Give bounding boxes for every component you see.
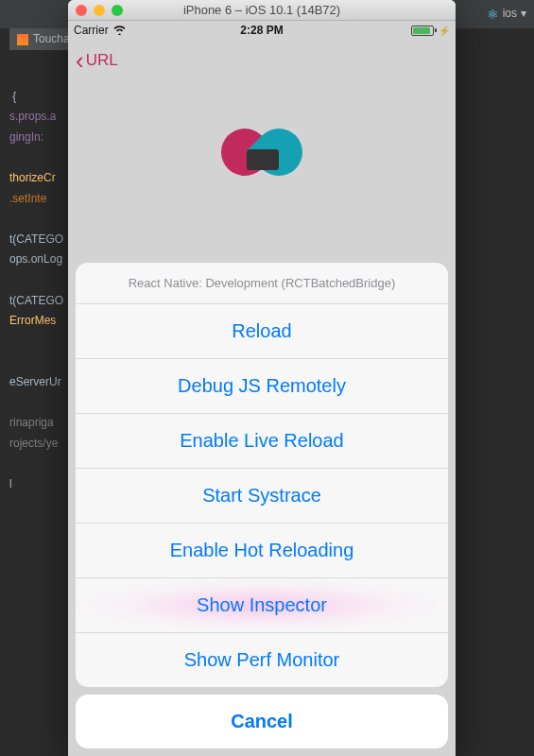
ide-run-target[interactable]: ios [503,5,517,23]
zoom-window-button[interactable] [112,5,123,16]
menu-item-perf-monitor[interactable]: Show Perf Monitor [76,633,448,687]
ios-screen: Carrier 2:28 PM ⚡ ‹ URL [68,21,456,756]
menu-item-debug-js[interactable]: Debug JS Remotely [76,359,448,414]
action-sheet-title: React Native: Development (RCTBatchedBri… [76,263,448,304]
ide-tab-name: Toucha [33,30,70,48]
js-file-icon [17,34,28,45]
mac-titlebar: iPhone 6 – iOS 10.1 (14B72) [68,0,456,21]
dropdown-icon: ▾ [521,5,526,23]
dev-menu-action-sheet: React Native: Development (RCTBatchedBri… [76,263,448,748]
menu-item-systrace[interactable]: Start Systrace [76,469,448,524]
menu-item-live-reload[interactable]: Enable Live Reload [76,414,448,469]
menu-item-hot-reload[interactable]: Enable Hot Reloading [76,524,448,578]
ide-file-tab[interactable]: Toucha [9,28,78,50]
menu-item-show-inspector[interactable]: Show Inspector [76,578,448,633]
react-icon: ⚛ [487,4,499,25]
menu-item-reload[interactable]: Reload [76,304,448,359]
close-window-button[interactable] [76,5,87,16]
window-title: iPhone 6 – iOS 10.1 (14B72) [183,3,340,17]
ios-simulator-window: iPhone 6 – iOS 10.1 (14B72) Carrier 2:28… [68,0,456,756]
action-sheet-main: React Native: Development (RCTBatchedBri… [76,263,448,687]
cancel-button[interactable]: Cancel [76,695,448,748]
minimize-window-button[interactable] [94,5,105,16]
